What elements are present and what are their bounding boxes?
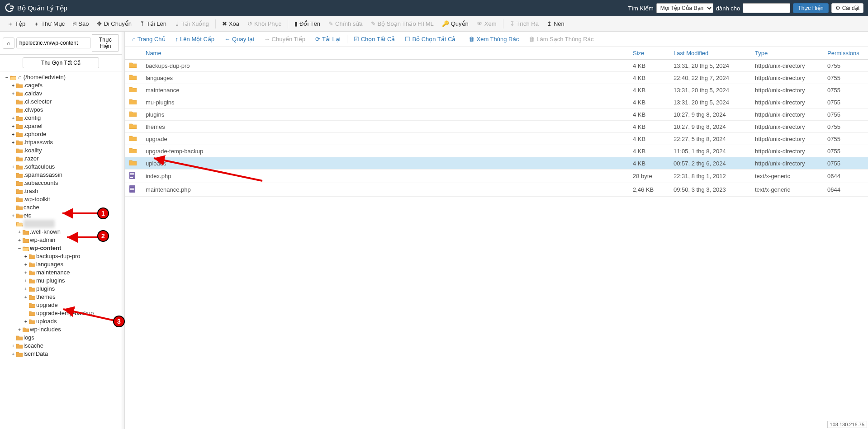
path-input[interactable] — [16, 38, 90, 48]
nav-back-button[interactable]: ←Quay lại — [221, 34, 257, 44]
tree-item[interactable]: +logs — [10, 334, 35, 342]
tree-item[interactable]: −wp-content — [16, 244, 62, 252]
folder-open-icon — [10, 75, 16, 80]
copy-button[interactable]: ⎘Sao — [69, 19, 92, 29]
x-icon: ✖ — [222, 20, 227, 27]
folder-icon — [29, 286, 35, 292]
upload-icon: ⤒ — [140, 20, 145, 27]
search-input[interactable] — [743, 3, 790, 13]
tree-item[interactable]: +plugins — [23, 285, 56, 293]
new-file-button[interactable]: ＋Tệp — [4, 18, 29, 30]
col-size[interactable]: Size — [628, 47, 669, 60]
table-row[interactable]: plugins4 KB10:27, 9 thg 8, 2024httpd/uni… — [125, 108, 868, 121]
col-modified[interactable]: Last Modified — [669, 47, 750, 60]
table-row[interactable]: mu-plugins4 KB13:31, 20 thg 5, 2024httpd… — [125, 96, 868, 108]
tree-item[interactable]: +maintenance — [23, 269, 71, 277]
select-all-button[interactable]: ☑Chọn Tất Cả — [350, 34, 399, 44]
upload-button[interactable]: ⤒Tải Lên — [136, 19, 170, 29]
tree-item[interactable]: +.cl.selector — [10, 98, 52, 106]
tree-item[interactable]: +upgrade — [23, 301, 59, 309]
folder-icon — [129, 160, 137, 165]
tree-item[interactable]: +.softaculous — [10, 163, 56, 171]
view-button[interactable]: 👁Xem — [473, 19, 500, 29]
folder-icon — [16, 83, 23, 88]
table-row[interactable]: backups-dup-pro4 KB13:31, 20 thg 5, 2024… — [125, 60, 868, 72]
permissions-button[interactable]: 🔑Quyền — [438, 19, 472, 29]
tree-root-label[interactable]: (/home/ledvietn) — [24, 73, 66, 81]
tree-item[interactable]: +.config — [10, 114, 42, 122]
extract-button[interactable]: ↧Trích Ra — [506, 19, 542, 29]
tree-item[interactable]: +wp-admin — [16, 236, 56, 244]
table-row[interactable]: upgrade4 KB22:27, 5 thg 8, 2024httpd/uni… — [125, 133, 868, 145]
nav-home-button[interactable]: ⌂Trang Chủ — [128, 34, 169, 44]
tree-item[interactable]: +.well-known — [16, 228, 62, 236]
tree-item[interactable]: +cache — [10, 203, 40, 212]
svg-line-7 — [63, 309, 116, 321]
folder-icon — [29, 262, 35, 267]
folder-icon — [16, 205, 23, 210]
tree-item[interactable]: +.clwpos — [10, 106, 44, 114]
tree-item[interactable]: +.wp-toolkit — [10, 195, 51, 203]
table-row[interactable]: maintenance4 KB13:31, 20 thg 5, 2024http… — [125, 84, 868, 96]
download-button[interactable]: ⤓Tải Xuống — [171, 19, 213, 29]
col-name[interactable]: Name — [141, 47, 628, 60]
rename-button[interactable]: ▮Đổi Tên — [291, 19, 324, 29]
folder-icon — [16, 172, 23, 178]
tree-item[interactable]: +lscache — [10, 342, 44, 350]
settings-button[interactable]: ⚙Cài đặt — [831, 3, 863, 13]
tree-item[interactable]: +wp-includes — [16, 325, 62, 334]
folder-icon — [16, 115, 23, 121]
folder-icon — [129, 86, 137, 92]
copy-icon: ⎘ — [73, 20, 76, 27]
tree-item-site[interactable]: −xxxxx — [10, 220, 56, 228]
delete-button[interactable]: ✖Xóa — [218, 19, 243, 29]
tree-item[interactable]: +etc — [10, 212, 32, 220]
folder-icon — [129, 99, 137, 104]
html-editor-button[interactable]: ✎Bộ Soạn Thảo HTML — [367, 19, 437, 29]
empty-trash-button[interactable]: 🗑Làm Sạch Thùng Rác — [525, 34, 597, 44]
tree-item[interactable]: +languages — [23, 260, 64, 269]
tree-item[interactable]: +.subaccounts — [10, 179, 59, 187]
table-row[interactable]: themes4 KB10:27, 9 thg 8, 2024httpd/unix… — [125, 121, 868, 133]
tree-item[interactable]: +.cpanel — [10, 122, 43, 130]
tree-item[interactable]: +.cagefs — [10, 81, 43, 90]
tree-item[interactable]: +lscmData — [10, 350, 49, 358]
compress-button[interactable]: ↥Nén — [543, 19, 568, 29]
cpanel-logo-icon — [5, 3, 14, 14]
home-button[interactable]: ⌂ — [3, 38, 14, 49]
edit-button[interactable]: ✎Chỉnh sửa — [325, 19, 366, 29]
tree-item[interactable]: +.spamassassin — [10, 171, 63, 179]
folder-icon — [23, 237, 29, 243]
col-perms[interactable]: Permissions — [823, 47, 868, 60]
move-button[interactable]: ✥Di Chuyển — [93, 19, 135, 29]
col-type[interactable]: Type — [750, 47, 823, 60]
path-go-button[interactable]: Thực Hiện — [92, 34, 119, 52]
key-icon: 🔑 — [442, 20, 449, 27]
nav-forward-button[interactable]: →Chuyển Tiếp — [261, 34, 309, 44]
tree-item[interactable]: +.htpasswds — [10, 138, 54, 146]
tree-item[interactable]: +uploads — [23, 317, 58, 325]
folder-icon — [16, 343, 23, 349]
tree-item[interactable]: +.caldav — [10, 90, 43, 98]
tree-item[interactable]: +.razor — [10, 155, 39, 163]
folder-icon — [129, 135, 137, 141]
view-trash-button[interactable]: 🗑Xem Thùng Rác — [465, 34, 522, 44]
nav-up-button[interactable]: ↑Lên Một Cấp — [172, 34, 218, 44]
tree-item[interactable]: +mu-plugins — [23, 277, 66, 285]
compress-icon: ↥ — [547, 20, 552, 27]
folder-icon — [29, 311, 35, 316]
search-go-button[interactable]: Thực Hiện — [793, 3, 828, 13]
deselect-all-button[interactable]: ☐Bỏ Chọn Tất Cả — [401, 34, 459, 44]
reload-button[interactable]: ⟳Tải Lại — [312, 34, 344, 44]
tree-item[interactable]: +.trash — [10, 187, 39, 195]
new-folder-button[interactable]: ＋Thư Mục — [30, 18, 68, 30]
tree-item[interactable]: +themes — [23, 293, 57, 301]
tree-item[interactable]: +backups-dup-pro — [23, 252, 81, 260]
pencil-icon: ✎ — [328, 20, 333, 27]
tree-item[interactable]: +.cphorde — [10, 130, 47, 138]
restore-button[interactable]: ↺Khôi Phục — [244, 19, 285, 29]
collapse-all-button[interactable]: Thu Gọn Tất Cả — [23, 57, 99, 68]
table-row[interactable]: languages4 KB22:40, 22 thg 7, 2024httpd/… — [125, 72, 868, 84]
tree-item[interactable]: +.koality — [10, 146, 43, 155]
search-scope-select[interactable]: Mọi Tệp Của Bạn — [656, 3, 713, 13]
